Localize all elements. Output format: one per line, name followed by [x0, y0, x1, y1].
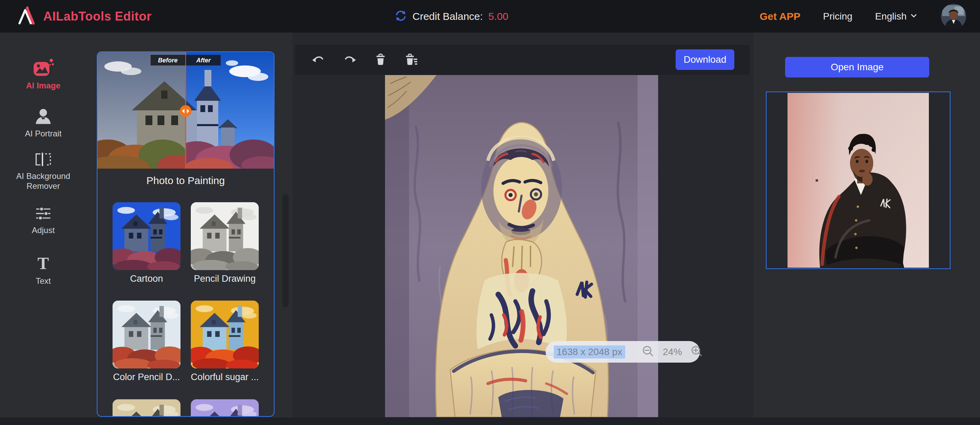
- style-thumbnail-partial-2[interactable]: [191, 399, 259, 417]
- style-option: Color Pencil D...: [113, 301, 180, 382]
- refresh-icon[interactable]: [395, 10, 407, 23]
- status-bar: 1638 x 2048 px 24%: [546, 341, 700, 363]
- before-label: Before: [158, 57, 177, 64]
- download-button[interactable]: Download: [676, 49, 734, 70]
- style-option: Pencil Drawing: [191, 202, 259, 284]
- style-thumbnail-colorful-sugar[interactable]: [191, 301, 259, 368]
- sidebar-item-ai-image[interactable]: AI Image: [0, 57, 86, 91]
- credit-balance-label: Credit Balance:: [412, 11, 483, 22]
- credit-balance-value: 5.00: [488, 11, 508, 22]
- after-label: After: [196, 57, 211, 64]
- original-image-thumbnail[interactable]: [766, 92, 950, 269]
- photo-to-painting-panel: Before After Photo to Painting Cartoon: [97, 51, 275, 417]
- bottom-edge-strip: [0, 417, 980, 425]
- canvas-workspace: Download: [292, 33, 753, 425]
- panel-scrollbar[interactable]: [282, 194, 289, 308]
- style-label: Colorful sugar ...: [191, 372, 259, 382]
- compare-slider-handle[interactable]: [180, 105, 191, 117]
- sliders-icon: [34, 206, 52, 223]
- zoom-level: 24%: [663, 347, 682, 357]
- original-portrait-photo: [788, 93, 929, 268]
- style-thumbnail-partial-1[interactable]: [113, 399, 180, 417]
- panel-title: Photo to Painting: [97, 175, 274, 186]
- language-label: English: [875, 11, 907, 22]
- sidebar-item-ai-portrait[interactable]: AI Portrait: [0, 107, 86, 139]
- header-bar: AILabTools Editor Credit Balance: 5.00 G…: [0, 0, 980, 33]
- person-icon: [33, 107, 53, 126]
- user-avatar[interactable]: [941, 4, 966, 29]
- credit-balance: Credit Balance: 5.00: [395, 0, 509, 33]
- undo-button[interactable]: [311, 53, 325, 67]
- brand-logo[interactable]: AILabTools Editor: [15, 5, 152, 29]
- style-thumbnail-cartoon[interactable]: [113, 202, 180, 270]
- brand-title: AILabTools Editor: [43, 9, 152, 24]
- style-thumbnail-color-pencil[interactable]: [113, 301, 180, 368]
- style-option: Colorful sugar ...: [191, 301, 259, 382]
- sidebar-item-label: Text: [7, 276, 79, 286]
- language-selector[interactable]: English: [875, 11, 918, 22]
- image-dimensions[interactable]: 1638 x 2048 px: [554, 346, 625, 358]
- svg-text:T: T: [37, 254, 49, 272]
- sidebar-item-ai-background-remover[interactable]: AI Background Remover: [0, 152, 86, 191]
- sidebar-item-label: Adjust: [7, 225, 79, 235]
- header-right-menu: Get APP Pricing English: [760, 0, 966, 33]
- redo-button[interactable]: [343, 53, 357, 67]
- ai-image-icon: [33, 57, 54, 78]
- chevron-down-icon: [909, 11, 918, 22]
- zoom-out-icon[interactable]: [641, 344, 655, 360]
- sidebar-item-label: AI Image: [7, 81, 79, 91]
- sidebar-item-adjust[interactable]: Adjust: [0, 206, 86, 235]
- style-option: [191, 399, 259, 417]
- sidebar-item-label: AI Background Remover: [7, 171, 79, 191]
- before-after-preview[interactable]: Before After: [97, 52, 274, 169]
- style-option: Cartoon: [113, 202, 180, 284]
- app-window: AILabTools Editor Credit Balance: 5.00 G…: [0, 0, 980, 425]
- get-app-link[interactable]: Get APP: [760, 11, 800, 22]
- text-tool-icon: T: [33, 254, 53, 273]
- style-label: Color Pencil D...: [113, 372, 180, 382]
- source-image-panel: Open Image: [753, 33, 980, 425]
- delete-icon[interactable]: [374, 53, 387, 67]
- sidebar-item-label: AI Portrait: [7, 129, 79, 139]
- style-option: [113, 399, 180, 417]
- ailabtools-logo-icon: [15, 5, 38, 29]
- open-image-button[interactable]: Open Image: [785, 57, 929, 78]
- style-thumbnail-pencil-drawing[interactable]: [191, 202, 259, 270]
- zoom-in-icon[interactable]: [690, 344, 704, 360]
- style-label: Pencil Drawing: [191, 273, 259, 284]
- clear-all-icon[interactable]: [404, 53, 418, 67]
- canvas-artwork[interactable]: [385, 75, 658, 417]
- background-remover-icon: [33, 152, 53, 169]
- pricing-link[interactable]: Pricing: [823, 11, 853, 22]
- sidebar-item-text[interactable]: T Text: [0, 254, 86, 286]
- style-label: Cartoon: [113, 273, 180, 284]
